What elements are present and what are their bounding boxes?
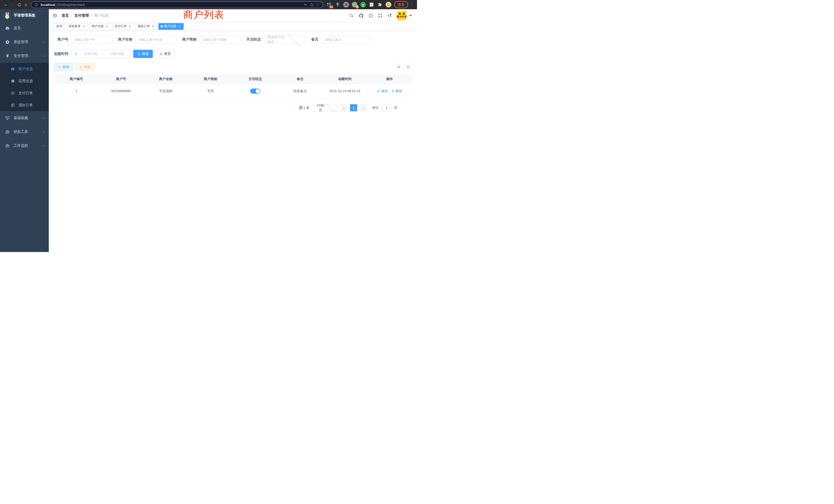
cell-create-time: 2021-10-23 08:31:14	[323, 89, 367, 93]
share-icon[interactable]	[310, 3, 314, 7]
page-1-button[interactable]: 1	[350, 104, 357, 111]
sidebar-item-system[interactable]: 系统管理	[0, 35, 49, 49]
search-button[interactable]: 搜索	[133, 50, 153, 58]
delete-link[interactable]: 删除	[391, 89, 402, 93]
close-icon[interactable]: ×	[151, 25, 155, 28]
sidebar-item-workflow[interactable]: 工作流程	[0, 139, 49, 153]
status-select[interactable]: 请选择开启状态	[264, 36, 306, 44]
header-search-icon[interactable]	[349, 13, 354, 18]
merchant-no-input[interactable]	[71, 36, 112, 44]
browser-forward-button[interactable]: →	[9, 0, 16, 9]
sidebar-item-merchant-info[interactable]: 商户信息	[0, 63, 49, 75]
pagination: 共 1 条 10条/页 ‹ 1 › 前往 页	[54, 104, 412, 111]
table-row: 1 M233666999 芋道源码 芋艿 我是备注 2021-10-23 08:…	[54, 84, 412, 98]
merchant-table: 商户编号 商户号 商户全称 商户简称 开启状态 备注 创建时间 操作 1 M23…	[54, 74, 412, 98]
address-bar[interactable]: localhost:1024/pay/merchant ☆	[31, 1, 323, 8]
refresh-table-button[interactable]	[405, 64, 412, 71]
sidebar-item-infrastructure[interactable]: 基础设施	[0, 111, 49, 125]
sidebar-item-payment[interactable]: ¥ 支付管理	[0, 49, 49, 63]
tab-refund-order[interactable]: 退款订单×	[135, 23, 157, 30]
sidebar-item-dev-tools[interactable]: 研发工具	[0, 125, 49, 139]
full-name-input[interactable]	[136, 36, 177, 44]
extension-command-icon[interactable]: ⌘	[343, 2, 349, 8]
extension-y-icon[interactable]: y	[360, 2, 366, 8]
extension-recorder-icon[interactable]: 1	[352, 2, 358, 8]
extension-gem-icon[interactable]	[334, 2, 341, 8]
browser-back-button[interactable]: ←	[3, 0, 9, 9]
sidebar: 芋道管理系统 首页 系统管理 ¥ 支付管理 商户信息 应用信息	[0, 9, 49, 252]
url-text: localhost:1024/pay/merchant	[41, 3, 301, 7]
create-time-range-picker[interactable]: 开始日期 - 结束日期	[71, 50, 130, 58]
add-button[interactable]: 新增	[54, 63, 73, 71]
sidebar-item-label: 工作流程	[14, 143, 39, 148]
page-size-select[interactable]: 10条/页	[312, 104, 338, 111]
chevron-down-icon	[326, 103, 334, 111]
extensions-puzzle-icon[interactable]	[377, 2, 383, 8]
sidebar-item-label: 应用信息	[19, 79, 33, 84]
extension-blue-diamond-icon[interactable]: 10	[326, 2, 332, 8]
tab-user-group[interactable]: 用户分组×	[89, 23, 111, 30]
sidebar-item-label: 研发工具	[14, 130, 39, 134]
sidebar-item-label: 支付管理	[14, 54, 39, 58]
close-icon[interactable]: ×	[128, 25, 132, 28]
breadcrumb-current: 商户信息	[94, 13, 109, 18]
status-toggle[interactable]	[250, 89, 260, 94]
goto-page-input[interactable]	[381, 104, 392, 111]
chevron-down-icon	[43, 130, 45, 133]
password-key-icon[interactable]	[304, 3, 308, 7]
prev-page-button[interactable]: ‹	[340, 104, 347, 111]
toggle-search-button[interactable]	[395, 64, 402, 71]
short-name-input[interactable]	[200, 36, 241, 44]
tab-home[interactable]: 首页	[54, 23, 65, 30]
cell-full-name: 芋道源码	[144, 89, 188, 93]
browser-reload-button[interactable]	[16, 0, 23, 9]
sidebar-item-home[interactable]: 首页	[0, 21, 49, 35]
user-avatar[interactable]	[397, 11, 407, 21]
extension-notes-icon[interactable]	[369, 2, 375, 8]
browser-home-button[interactable]: ⌂	[23, 0, 29, 9]
close-icon[interactable]: ×	[178, 25, 181, 28]
remark-label: 备注	[311, 37, 319, 42]
breadcrumb-payment[interactable]: 支付管理	[74, 13, 89, 18]
active-dot	[161, 25, 163, 27]
col-header-actions: 操作	[367, 77, 412, 81]
browser-menu-icon[interactable]: ⋮	[410, 2, 414, 7]
payment-submenu: 商户信息 应用信息 支付订单 退款订单	[0, 63, 49, 111]
col-header-remark: 备注	[278, 77, 322, 81]
github-icon[interactable]	[359, 13, 364, 18]
bookmark-star-icon[interactable]: ☆	[316, 2, 320, 7]
edit-link[interactable]: 修改	[377, 89, 388, 93]
close-icon[interactable]: ×	[82, 25, 86, 28]
chevron-up-icon	[43, 55, 45, 58]
url-host: localhost	[41, 3, 55, 7]
cell-actions: 修改 删除	[367, 89, 412, 93]
export-button[interactable]: 导出	[75, 63, 94, 71]
create-time-label: 创建时间	[54, 51, 68, 56]
tab-pay-order[interactable]: 支付订单×	[112, 23, 134, 30]
reset-button[interactable]: 重置	[155, 50, 175, 58]
sidebar-item-app-info[interactable]: 应用信息	[0, 75, 49, 87]
yen-icon: ¥	[5, 53, 10, 59]
table-toolbar: 新增 导出	[54, 63, 412, 71]
close-icon[interactable]: ×	[105, 25, 109, 28]
app-logo	[3, 12, 11, 19]
avatar-dropdown-caret-icon[interactable]	[409, 15, 412, 17]
site-info-icon[interactable]	[35, 3, 38, 7]
date-end-placeholder: 结束日期	[107, 51, 128, 56]
browser-profile-avatar[interactable]	[386, 2, 392, 8]
font-size-icon[interactable]: TT	[388, 13, 392, 18]
browser-update-button[interactable]: 更新	[394, 1, 408, 8]
pagination-total: 共 1 条	[299, 106, 309, 110]
tab-merchant-info[interactable]: 商户信息×	[158, 23, 183, 30]
fullscreen-icon[interactable]	[378, 13, 382, 18]
sidebar-item-refund-order[interactable]: 退款订单	[0, 99, 49, 111]
tab-process-form[interactable]: 流程表单×	[66, 23, 88, 30]
sidebar-collapse-icon[interactable]	[52, 13, 58, 18]
help-icon[interactable]	[369, 13, 373, 18]
sidebar-item-pay-order[interactable]: 支付订单	[0, 87, 49, 99]
app-logo-row[interactable]: 芋道管理系统	[0, 9, 49, 21]
breadcrumb-home[interactable]: 首页	[62, 13, 69, 18]
next-page-button[interactable]: ›	[360, 104, 367, 111]
remark-input[interactable]	[322, 36, 369, 44]
col-header-create-time: 创建时间	[323, 77, 367, 81]
